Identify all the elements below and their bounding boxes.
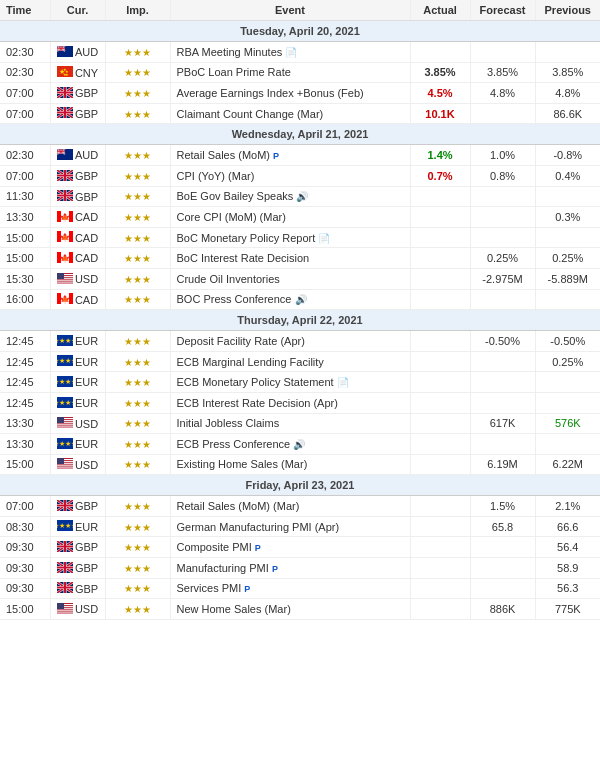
cell-importance: ★★★ (105, 42, 170, 63)
currency-code: USD (75, 418, 98, 430)
cell-importance: ★★★ (105, 372, 170, 393)
cell-time: 07:00 (0, 165, 50, 186)
cell-forecast (470, 207, 535, 228)
svg-text:★★★★★★★★★★★★: ★★★★★★★★★★★★ (57, 440, 73, 447)
cell-previous: 0.3% (535, 207, 600, 228)
section-header-row: Wednesday, April 21, 2021 (0, 124, 600, 145)
forecast-value: 1.0% (490, 149, 515, 161)
previous-value: 66.6 (557, 521, 578, 533)
flag-icon: 🍁 (57, 252, 73, 265)
cell-event: German Manufacturing PMI (Apr) (170, 516, 410, 537)
star-icon: ★ (142, 336, 151, 347)
cell-time: 13:30 (0, 413, 50, 434)
flag-icon: ★★★★★★★★★★★★ (57, 376, 73, 389)
flag-icon: ★★★★★★★★★★★★ (57, 397, 73, 410)
star-icon: ★ (133, 459, 142, 470)
star-icon: ★ (142, 357, 151, 368)
document-icon: 📄 (337, 377, 349, 388)
star-icon: ★ (142, 88, 151, 99)
currency-code: USD (75, 273, 98, 285)
event-name: Claimant Count Change (Mar) (177, 108, 324, 120)
previous-value: 0.25% (552, 252, 583, 264)
cell-actual: 3.85% (410, 62, 470, 83)
cell-previous: 86.6K (535, 103, 600, 124)
cell-event: Average Earnings Index +Bonus (Feb) (170, 83, 410, 104)
star-icon: ★ (124, 522, 133, 533)
star-icon: ★ (124, 294, 133, 305)
star-icon: ★ (142, 439, 151, 450)
currency-code: USD (75, 603, 98, 615)
table-row: 09:30GBP★★★Services PMI P56.3 (0, 578, 600, 599)
cell-event: New Home Sales (Mar) (170, 599, 410, 620)
cell-forecast: 1.5% (470, 496, 535, 517)
flag-icon (57, 417, 73, 430)
cell-previous (535, 186, 600, 207)
flag-icon (57, 190, 73, 203)
svg-rect-80 (57, 273, 64, 279)
star-icon: ★ (142, 191, 151, 202)
svg-rect-151 (57, 610, 73, 611)
actual-value: 1.4% (427, 149, 452, 161)
table-row: 15:00🍁CAD★★★BoC Interest Rate Decision0.… (0, 248, 600, 269)
star-icon: ★ (133, 212, 142, 223)
event-name: ECB Marginal Lending Facility (177, 356, 324, 368)
cell-time: 09:30 (0, 578, 50, 599)
previous-value: 0.3% (555, 211, 580, 223)
flag-icon (57, 458, 73, 471)
star-icon: ★ (133, 274, 142, 285)
cell-time: 13:30 (0, 434, 50, 455)
svg-rect-33 (57, 112, 73, 114)
event-name: BoE Gov Bailey Speaks (177, 190, 294, 202)
cell-forecast: 0.8% (470, 165, 535, 186)
cell-importance: ★★★ (105, 558, 170, 579)
cell-actual (410, 207, 470, 228)
cell-event: BoC Monetary Policy Report 📄 (170, 227, 410, 248)
star-icon: ★ (124, 501, 133, 512)
forecast-value: 6.19M (487, 458, 518, 470)
speaker-icon: 🔊 (293, 439, 305, 450)
cell-previous (535, 434, 600, 455)
cell-currency: GBP (50, 103, 105, 124)
previous-value: 2.1% (555, 500, 580, 512)
svg-rect-98 (57, 426, 73, 427)
previous-value: 6.22M (552, 458, 583, 470)
event-name: CPI (YoY) (Mar) (177, 170, 255, 182)
cell-importance: ★★★ (105, 496, 170, 517)
svg-text:🍁: 🍁 (60, 211, 70, 221)
star-icon: ★ (133, 191, 142, 202)
currency-code: AUD (75, 149, 98, 161)
cell-importance: ★★★ (105, 516, 170, 537)
cell-currency: USD (50, 413, 105, 434)
cell-previous: 2.1% (535, 496, 600, 517)
event-name: BoC Monetary Policy Report (177, 232, 316, 244)
event-name: Core CPI (MoM) (Mar) (177, 211, 286, 223)
cell-currency: USD (50, 454, 105, 475)
cell-currency: 🍁CAD (50, 289, 105, 310)
star-icon: ★ (142, 501, 151, 512)
cell-previous (535, 392, 600, 413)
table-row: 11:30GBP★★★BoE Gov Bailey Speaks 🔊 (0, 186, 600, 207)
preliminary-indicator: P (273, 151, 279, 161)
star-icon: ★ (133, 171, 142, 182)
table-row: 15:00🍁CAD★★★BoC Monetary Policy Report 📄 (0, 227, 600, 248)
cell-previous (535, 289, 600, 310)
cell-forecast (470, 434, 535, 455)
flag-icon: ★★★★★★★★★★★★ (57, 520, 73, 533)
cell-time: 12:45 (0, 392, 50, 413)
star-icon: ★ (124, 583, 133, 594)
previous-value: 4.8% (555, 87, 580, 99)
cell-importance: ★★★ (105, 331, 170, 352)
svg-rect-106 (57, 466, 73, 467)
star-icon: ★ (124, 171, 133, 182)
currency-code: GBP (75, 562, 98, 574)
cell-event: ECB Press Conference 🔊 (170, 434, 410, 455)
cell-currency: 🍁CAD (50, 248, 105, 269)
star-icon: ★ (133, 604, 142, 615)
cell-time: 15:00 (0, 454, 50, 475)
flag-icon: ★★★★★★★★★★★★ (57, 335, 73, 348)
table-row: 12:45★★★★★★★★★★★★EUR★★★ECB Monetary Poli… (0, 372, 600, 393)
cell-currency: ★★★★★★★★★★★★EUR (50, 516, 105, 537)
table-row: 12:45★★★★★★★★★★★★EUR★★★Deposit Facility … (0, 331, 600, 352)
cell-actual (410, 413, 470, 434)
previous-value: 0.4% (555, 170, 580, 182)
